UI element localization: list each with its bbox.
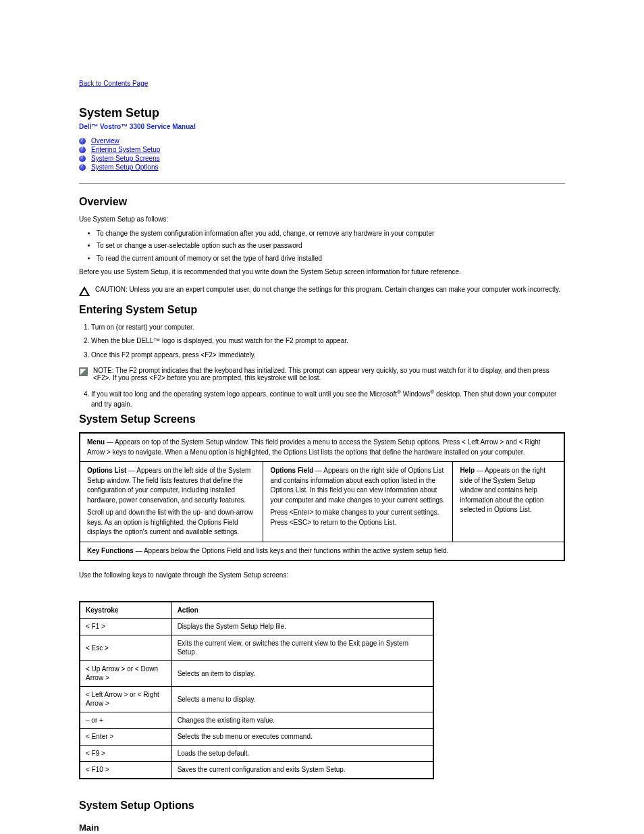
toc: Overview Entering System Setup System Se… [79,137,565,171]
key-cell: < Left Arrow > or < Right Arrow > [80,686,171,712]
step-4b: Windows [401,390,430,398]
caution-box: CAUTION: Unless you are an expert comput… [79,286,565,296]
key-cell: < Enter > [80,729,171,746]
step-1: Turn on (or restart) your computer. [91,323,565,333]
bullet-icon [79,155,86,162]
note-text: NOTE: The F2 prompt indicates that the k… [93,367,565,382]
key-cell: – or + [80,712,171,729]
heading-overview: Overview [79,196,565,208]
note-icon [79,367,88,376]
action-cell: Saves the current configuration and exit… [171,762,433,779]
keyfns-body: — Appears below the Options Field and li… [136,547,449,554]
keyfns-cell: Key Functions — Appears below the Option… [80,542,564,561]
menu-body: — Appears on top of the System Setup win… [87,438,541,456]
list-item: To change the system configuration infor… [97,229,565,239]
heading-main: Main [79,823,565,833]
toc-link-screens[interactable]: System Setup Screens [91,155,160,162]
page-title: System Setup [79,106,565,120]
menu-cell: Menu — Appears on top of the System Setu… [80,433,564,462]
action-cell: Selects the sub menu or executes command… [171,729,433,746]
step-4: If you wait too long and the operating s… [91,388,565,409]
menu-head: Menu [87,438,105,446]
back-link[interactable]: Back to Contents Page [79,80,148,87]
action-cell: Changes the existing item value. [171,712,433,729]
list-item: To read the current amount of memory or … [97,254,565,264]
bullet-icon [79,138,86,145]
bullet-icon [79,147,86,153]
options-list-head: Options List [87,467,126,474]
heading-entering: Entering System Setup [79,304,565,316]
heading-screens: System Setup Screens [79,413,565,425]
step-2: When the blue DELL™ logo is displayed, y… [91,336,565,346]
action-cell: Loads the setup default. [171,745,433,762]
overview-list: To change the system configuration infor… [97,229,565,264]
page-subtitle: Dell™ Vostro™ 3300 Service Manual [79,123,565,130]
caution-icon [79,286,90,296]
steps-list: Turn on (or restart) your computer. When… [91,323,565,361]
options-field-head: Options Field [270,467,313,474]
overview-advice: Before you use System Setup, it is recom… [79,267,565,278]
help-head: Help [460,467,475,474]
options-field-body2: Press <Enter> to make changes to your cu… [270,508,446,527]
key-cell: < Esc > [80,635,171,660]
heading-options: System Setup Options [79,800,565,812]
toc-link-options[interactable]: System Setup Options [91,163,159,171]
overview-intro: Use System Setup as follows: [79,215,565,225]
key-cell: < F10 > [80,762,171,779]
divider [79,183,565,184]
key-cell: < F9 > [80,745,171,762]
action-cell: Exits the current view, or switches the … [171,635,433,660]
step-3: Once this F2 prompt appears, press <F2> … [91,350,565,361]
options-list-cell: Options List — Appears on the left side … [80,462,263,542]
action-cell: Selects an item to display. [171,660,433,686]
bullet-icon [79,164,86,171]
action-cell: Selects a menu to display. [171,686,433,712]
screens-layout-table: Menu — Appears on top of the System Setu… [79,432,565,561]
key-cell: < Up Arrow > or < Down Arrow > [80,660,171,686]
navkeys-intro: Use the following keys to navigate throu… [79,571,565,581]
toc-link-overview[interactable]: Overview [91,137,119,145]
list-item: To set or change a user-selectable optio… [97,241,565,251]
key-cell: < F1 > [80,619,171,635]
help-cell: Help — Appears on the right side of the … [453,462,564,542]
th-action: Action [171,602,433,619]
step-4a: If you wait too long and the operating s… [91,390,397,398]
steps-list-cont: If you wait too long and the operating s… [91,388,565,409]
toc-link-entering[interactable]: Entering System Setup [91,146,160,153]
note-box: NOTE: The F2 prompt indicates that the k… [79,367,565,382]
options-list-body2: Scroll up and down the list with the up-… [87,508,256,538]
options-field-cell: Options Field — Appears on the right sid… [263,462,453,542]
keyfns-head: Key Functions [87,547,134,554]
th-keystroke: Keystroke [80,602,171,619]
navkeys-table: Keystroke Action < F1 >Displays the Syst… [79,601,434,779]
caution-text: CAUTION: Unless you are an expert comput… [95,286,560,293]
step-2-text: When the blue DELL™ logo is displayed, y… [91,336,565,346]
action-cell: Displays the System Setup Help file. [171,619,433,635]
